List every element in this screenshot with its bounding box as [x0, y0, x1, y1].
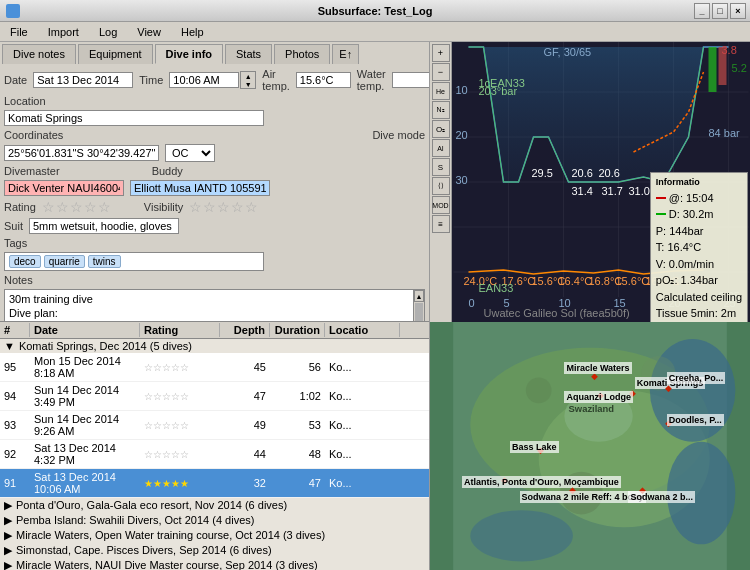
dive-loc-95: Ko... — [325, 360, 400, 374]
rating-label: Rating — [4, 201, 36, 213]
svg-text:3.8: 3.8 — [722, 44, 737, 56]
profile-btn-2[interactable]: − — [432, 63, 450, 81]
profile-btn-1[interactable]: + — [432, 44, 450, 62]
buddy-input[interactable] — [130, 180, 270, 196]
menu-view[interactable]: View — [131, 24, 167, 40]
profile-btn-mod[interactable]: MOD — [432, 196, 450, 214]
col-header-duration: Duration — [270, 323, 325, 337]
profile-btn-o2[interactable]: O₂ — [432, 120, 450, 138]
dive-depth-92: 44 — [220, 447, 270, 461]
info-tissue5: Tissue 5min: 2m — [656, 307, 736, 319]
notes-textarea[interactable]: 30m training dive Dive plan: 30m 30 min … — [4, 289, 425, 321]
svg-text:15.6°C: 15.6°C — [616, 275, 650, 287]
visibility-stars[interactable]: ☆☆☆☆☆ — [189, 199, 259, 215]
divemaster-input[interactable] — [4, 180, 124, 196]
tags-container[interactable]: deco quarrie twins — [4, 252, 264, 271]
label-aquanzi: Aquanzi Lodge — [564, 391, 633, 403]
dive-num-92: 92 — [0, 447, 30, 461]
svg-rect-19 — [709, 47, 717, 92]
dive-num-94: 94 — [0, 389, 30, 403]
group-label: Komati Springs, Dec 2014 (5 dives) — [19, 340, 192, 352]
profile-btn-s[interactable]: S — [432, 158, 450, 176]
tab-equipment[interactable]: Equipment — [78, 44, 153, 64]
suit-row: Suit — [4, 218, 425, 234]
rating-stars[interactable]: ☆☆☆☆☆ — [42, 199, 112, 215]
tag-quarrie[interactable]: quarrie — [44, 255, 85, 268]
menu-file[interactable]: File — [4, 24, 34, 40]
tab-dive-notes[interactable]: Dive notes — [2, 44, 76, 64]
dive-dur-92: 48 — [270, 447, 325, 461]
tab-dive-info[interactable]: Dive info — [155, 44, 223, 64]
col-header-depth: Depth — [220, 323, 270, 337]
dive-row-93[interactable]: 93 Sun 14 Dec 2014 9:26 AM ☆☆☆☆☆ 49 53 K… — [0, 411, 429, 440]
tab-bar: Dive notes Equipment Dive info Stats Pho… — [0, 42, 429, 64]
dive-group-ponta[interactable]: ▶ Ponta d'Ouro, Gala-Gala eco resort, No… — [0, 498, 429, 513]
svg-text:31.4: 31.4 — [572, 185, 593, 197]
time-up[interactable]: ▲ — [241, 72, 255, 80]
notes-scroll-up[interactable]: ▲ — [414, 290, 424, 302]
dive-rating-92: ☆☆☆☆☆ — [140, 447, 220, 461]
group-arrow: ▼ — [4, 340, 15, 352]
minimize-button[interactable]: _ — [694, 3, 710, 19]
dive-row-91[interactable]: 91 Sat 13 Dec 2014 10:06 AM ★★★★★ 32 47 … — [0, 469, 429, 498]
dive-row-92[interactable]: 92 Sat 13 Dec 2014 4:32 PM ☆☆☆☆☆ 44 48 K… — [0, 440, 429, 469]
col-header-date: Date — [30, 323, 140, 337]
app-icon — [6, 4, 20, 18]
svg-text:20: 20 — [456, 129, 468, 141]
svg-text:31.7: 31.7 — [602, 185, 623, 197]
tag-deco[interactable]: deco — [9, 255, 41, 268]
label-sodwana1: Sodwana 2 mile Reff: 4 bouy — [520, 491, 646, 503]
svg-text:30: 30 — [456, 174, 468, 186]
dive-row-94[interactable]: 94 Sun 14 Dec 2014 3:49 PM ☆☆☆☆☆ 47 1:02… — [0, 382, 429, 411]
dive-row-95[interactable]: 95 Mon 15 Dec 2014 8:18 AM ☆☆☆☆☆ 45 56 K… — [0, 353, 429, 382]
label-miracle: Miracle Waters — [564, 362, 631, 374]
dive-date-93: Sun 14 Dec 2014 9:26 AM — [30, 412, 140, 438]
profile-toolbar: + − He N₂ O₂ AI S ⟨⟩ MOD ≡ — [430, 42, 452, 322]
air-temp-input[interactable] — [296, 72, 351, 88]
divemaster-label: Divemaster — [4, 165, 60, 177]
svg-text:EAN33: EAN33 — [479, 282, 514, 294]
dive-group-pemba[interactable]: ▶ Pemba Island: Swahili Divers, Oct 2014… — [0, 513, 429, 528]
dive-list-header: # Date Rating Depth Duration Locatio — [0, 322, 429, 339]
time-input[interactable] — [169, 72, 239, 88]
tab-photos[interactable]: Photos — [274, 44, 330, 64]
dive-dur-93: 53 — [270, 418, 325, 432]
dive-loc-92: Ko... — [325, 447, 400, 461]
group-arrow-simonstad: ▶ — [4, 544, 12, 557]
right-panel: + − He N₂ O₂ AI S ⟨⟩ MOD ≡ — [430, 42, 750, 570]
window-controls[interactable]: _ □ × — [694, 3, 746, 19]
dive-group-komati[interactable]: ▼ Komati Springs, Dec 2014 (5 dives) — [0, 339, 429, 353]
menu-import[interactable]: Import — [42, 24, 85, 40]
tags-label: Tags — [4, 237, 27, 249]
tag-twins[interactable]: twins — [88, 255, 121, 268]
profile-btn-he[interactable]: He — [432, 82, 450, 100]
main-container: Dive notes Equipment Dive info Stats Pho… — [0, 42, 750, 570]
close-button[interactable]: × — [730, 3, 746, 19]
dive-dur-91: 47 — [270, 476, 325, 490]
info-ceiling: Calculated ceiling — [656, 291, 742, 303]
profile-btn-ai[interactable]: AI — [432, 139, 450, 157]
coordinates-input[interactable] — [4, 145, 159, 161]
location-input[interactable] — [4, 110, 264, 126]
menu-log[interactable]: Log — [93, 24, 123, 40]
dive-group-simonstad[interactable]: ▶ Simonstad, Cape. Pisces Divers, Sep 20… — [0, 543, 429, 558]
air-temp-label: Air temp. — [262, 68, 290, 92]
maximize-button[interactable]: □ — [712, 3, 728, 19]
dive-mode-select[interactable]: OC CCR SCR — [165, 144, 215, 162]
dive-group-miracle2[interactable]: ▶ Miracle Waters, NAUI Dive Master cours… — [0, 558, 429, 571]
time-spinbox[interactable]: ▲ ▼ — [240, 71, 256, 89]
dive-loc-94: Ko... — [325, 389, 400, 403]
dive-rating-94: ☆☆☆☆☆ — [140, 389, 220, 403]
tab-extra[interactable]: E↑ — [332, 44, 359, 64]
profile-btn-n2[interactable]: N₂ — [432, 101, 450, 119]
time-down[interactable]: ▼ — [241, 80, 255, 88]
profile-btn-scroll[interactable]: ⟨⟩ — [432, 177, 450, 195]
date-input[interactable] — [33, 72, 133, 88]
menu-help[interactable]: Help — [175, 24, 210, 40]
tab-stats[interactable]: Stats — [225, 44, 272, 64]
water-temp-input[interactable] — [392, 72, 429, 88]
dive-group-miracle[interactable]: ▶ Miracle Waters, Open Water training co… — [0, 528, 429, 543]
suit-input[interactable] — [29, 218, 179, 234]
profile-btn-x[interactable]: ≡ — [432, 215, 450, 233]
notes-label: Notes — [4, 274, 33, 286]
